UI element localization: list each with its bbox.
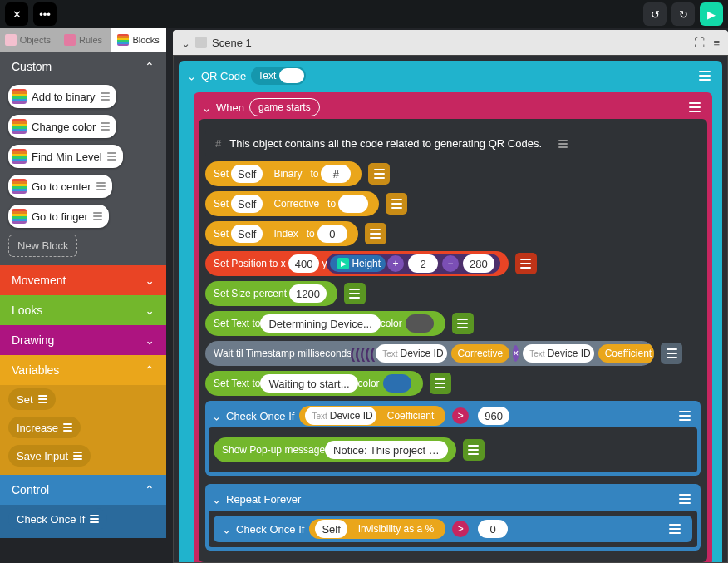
set-position-block[interactable]: Set Position to x 400 y ▶Height + 2 − — [205, 251, 509, 276]
scene-title: Scene 1 — [212, 37, 252, 49]
block-menu[interactable] — [368, 163, 390, 185]
value-input[interactable]: # — [321, 165, 351, 183]
condition[interactable]: TextDevice ID Coefficient — [299, 406, 445, 426]
self-pill[interactable]: Self — [231, 165, 263, 183]
chevron-up-icon: ⌃ — [145, 363, 155, 377]
x-input[interactable]: 400 — [288, 254, 320, 273]
chevron-up-icon: ⌃ — [212, 493, 221, 506]
category-looks-toggle[interactable]: Looks ⌃ — [0, 295, 166, 325]
tab-blocks[interactable]: Blocks — [111, 28, 166, 52]
repeat-menu[interactable] — [676, 490, 694, 508]
palette-check-once-if[interactable]: Check Once If — [8, 508, 107, 530]
palette-save-input[interactable]: Save Input — [8, 445, 91, 467]
expression-group[interactable]: ▶Height + 2 − 280 — [327, 254, 499, 274]
object-menu[interactable] — [696, 67, 714, 85]
size-input[interactable]: 1200 — [289, 284, 327, 303]
self-pill[interactable]: Self — [315, 520, 347, 538]
value-input[interactable]: 0 — [317, 225, 347, 243]
num-input[interactable]: 0 — [478, 520, 508, 538]
value-input[interactable] — [338, 195, 368, 213]
self-pill[interactable]: Self — [231, 195, 263, 213]
palette-add-to-binary[interactable]: Add to binary — [8, 85, 116, 108]
text-param[interactable]: Text — [251, 67, 306, 85]
coef-tag[interactable]: Coefficient — [598, 344, 654, 363]
check-header[interactable]: ⌃ Check Once If TextDevice ID Coefficien… — [209, 404, 697, 427]
category-movement-toggle[interactable]: Movement ⌃ — [0, 265, 166, 295]
self-pill[interactable]: Self — [231, 225, 263, 243]
scene-header[interactable]: ⌃Scene 1 ⛶ ≡ — [173, 30, 728, 55]
when-menu[interactable] — [686, 98, 704, 116]
invis-tag[interactable]: Invisibility as a % — [352, 520, 440, 538]
color-swatch[interactable] — [383, 374, 411, 393]
rainbow-icon — [12, 179, 27, 194]
device-var[interactable]: TextDevice ID — [523, 344, 593, 363]
text-input[interactable]: Waiting to start... — [260, 374, 357, 393]
block-menu[interactable] — [515, 253, 537, 274]
object-header[interactable]: ⌃ QR Code Text — [184, 64, 717, 87]
block-menu[interactable] — [661, 343, 682, 364]
var-corrective[interactable]: Corrective — [267, 195, 326, 213]
event-pill[interactable]: game starts — [249, 98, 320, 116]
undo-button[interactable]: ↺ — [643, 2, 667, 26]
var-binary[interactable]: Binary — [267, 165, 308, 183]
palette-go-to-finger[interactable]: Go to finger — [8, 205, 109, 228]
coef-tag[interactable]: Coefficient — [381, 407, 440, 425]
check-header[interactable]: ⌃ Check Once If Self Invisibility as a %… — [219, 517, 687, 541]
play-button[interactable]: ▶ — [700, 2, 723, 26]
set-binary-block[interactable]: Set Self Binary to # — [205, 161, 362, 186]
popup-block[interactable]: Show Pop-up message Notice: This project… — [214, 437, 456, 462]
category-control-toggle[interactable]: Control ⌃ — [0, 475, 166, 505]
num-input[interactable]: 2 — [408, 254, 438, 273]
objects-icon — [5, 34, 17, 46]
set-corrective-block[interactable]: Set Self Corrective to — [205, 191, 379, 216]
height-var[interactable]: ▶Height — [330, 255, 386, 272]
menu-icon[interactable] — [558, 140, 568, 148]
new-block-button[interactable]: New Block — [8, 235, 77, 257]
device-var[interactable]: TextDevice ID — [376, 344, 446, 363]
category-custom-toggle[interactable]: Custom ⌃ — [0, 52, 166, 81]
block-menu[interactable] — [386, 193, 407, 215]
play-glyph-icon: ▶ — [337, 258, 349, 269]
var-index[interactable]: Index — [267, 225, 304, 243]
wait-block[interactable]: Wait til Timestamp milliseconds ((((( Te… — [205, 341, 654, 366]
block-menu[interactable] — [463, 439, 485, 461]
text-input[interactable] — [279, 68, 304, 83]
corrective-tag[interactable]: Corrective — [451, 344, 510, 363]
block-menu[interactable] — [365, 223, 386, 244]
category-drawing-toggle[interactable]: Drawing ⌃ — [0, 325, 166, 355]
check-menu[interactable] — [666, 520, 684, 538]
menu-icon — [90, 515, 99, 523]
close-button[interactable]: ✕ — [5, 2, 28, 26]
text-input[interactable]: Determining Device... — [260, 314, 380, 333]
palette-increase[interactable]: Increase — [8, 417, 81, 438]
palette-find-min-level[interactable]: Find Min Level — [8, 145, 123, 168]
message-input[interactable]: Notice: This project … — [325, 441, 448, 459]
num-input[interactable]: 280 — [463, 254, 494, 273]
palette-set[interactable]: Set — [8, 388, 56, 410]
set-text-block[interactable]: Set Text to Determining Device... color — [205, 311, 445, 336]
set-text-block[interactable]: Set Text to Waiting to start... color — [205, 371, 423, 396]
palette-change-color[interactable]: Change color — [8, 115, 116, 138]
tab-rules[interactable]: Rules — [56, 28, 111, 52]
more-button[interactable]: ••• — [33, 2, 57, 26]
block-menu[interactable] — [452, 313, 474, 334]
more-icon: ••• — [39, 8, 51, 21]
set-index-block[interactable]: Set Self Index to 0 — [205, 221, 358, 246]
block-menu[interactable] — [344, 283, 366, 304]
when-header[interactable]: ⌃ When game starts — [199, 96, 707, 119]
set-size-block[interactable]: Set Size percent 1200 — [205, 281, 337, 306]
color-swatch[interactable] — [406, 314, 434, 333]
fullscreen-icon[interactable]: ⛶ — [694, 37, 705, 49]
device-var[interactable]: TextDevice ID — [305, 407, 376, 425]
check-menu[interactable] — [676, 407, 694, 425]
num-input[interactable]: 960 — [478, 407, 509, 425]
palette-go-to-center[interactable]: Go to center — [8, 175, 112, 198]
comment-block[interactable]: # This object contains all the code rela… — [205, 131, 701, 156]
condition[interactable]: Self Invisibility as a % — [309, 519, 445, 539]
redo-button[interactable]: ↻ — [671, 2, 695, 26]
menu-icon[interactable]: ≡ — [713, 37, 720, 49]
block-menu[interactable] — [430, 373, 451, 394]
repeat-header[interactable]: ⌃ Repeat Forever — [209, 487, 697, 511]
category-variables-toggle[interactable]: Variables ⌃ — [0, 355, 166, 385]
tab-objects[interactable]: Objects — [0, 28, 56, 52]
